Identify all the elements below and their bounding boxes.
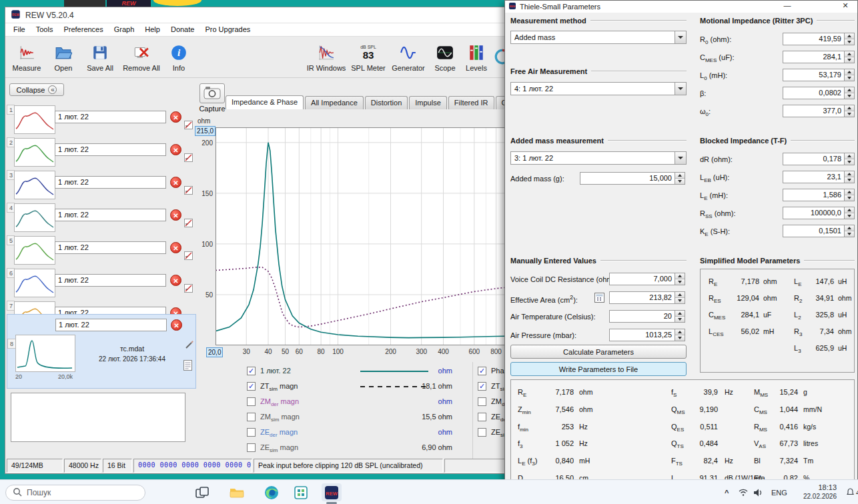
- measurement-notes-box[interactable]: [11, 393, 185, 442]
- spin-up-icon[interactable]: [845, 69, 854, 75]
- spin-up-icon[interactable]: [675, 273, 685, 279]
- tab-all-impedance[interactable]: All Impedance: [305, 96, 364, 109]
- combo-arrow-icon[interactable]: [675, 31, 686, 43]
- spin-up-icon[interactable]: [845, 87, 854, 93]
- spin-down-icon[interactable]: [675, 178, 685, 184]
- tab-impulse[interactable]: Impulse: [409, 96, 447, 109]
- spin-down-icon[interactable]: [845, 75, 854, 81]
- minimize-button[interactable]: —: [781, 1, 793, 9]
- levels-button[interactable]: Levels: [462, 39, 491, 76]
- spin-up-icon[interactable]: [675, 311, 685, 316]
- added-mass-measurement-combo[interactable]: 3: 1 лют. 22: [510, 151, 687, 165]
- search-input[interactable]: Пошук: [5, 485, 145, 501]
- trace-options-icon[interactable]: [184, 153, 193, 162]
- manual-field-1[interactable]: 213,82: [609, 291, 685, 304]
- tab-impedance-phase[interactable]: Impedance & Phase: [226, 95, 304, 109]
- taskbar-rew-icon[interactable]: REW: [322, 483, 342, 501]
- tab-filtered-ir[interactable]: Filtered IR: [448, 96, 494, 109]
- spin-down-icon[interactable]: [845, 195, 854, 201]
- legend-checkbox[interactable]: ✓: [478, 367, 486, 375]
- delete-measurement-button[interactable]: ✕: [170, 177, 181, 188]
- notification-badge[interactable]: 4: [846, 480, 858, 504]
- measurement-thumbnail[interactable]: [14, 269, 55, 297]
- measurement-thumbnail[interactable]: [14, 203, 55, 232]
- measurement-item-3[interactable]: 31 лют. 22✕: [7, 169, 196, 201]
- write-parameters-button[interactable]: Write Parameters to File: [510, 362, 687, 376]
- capture-button[interactable]: Capture: [197, 83, 227, 115]
- taskbar-task-view-icon[interactable]: [192, 483, 212, 501]
- spin-up-icon[interactable]: [845, 189, 854, 195]
- legend-checkbox[interactable]: [247, 443, 256, 452]
- calculate-parameters-button[interactable]: Calculate Parameters: [510, 345, 687, 359]
- motional-field-0[interactable]: 419,59: [783, 33, 855, 45]
- delete-measurement-button[interactable]: ✕: [170, 242, 181, 253]
- open-button[interactable]: Open: [47, 39, 80, 76]
- measurement-method-combo[interactable]: Added mass: [510, 31, 687, 44]
- measurement-name-input[interactable]: 1 лют. 22: [55, 241, 166, 254]
- spin-down-icon[interactable]: [675, 279, 685, 285]
- trace-options-icon[interactable]: [184, 284, 193, 293]
- spin-up-icon[interactable]: [675, 173, 685, 178]
- spin-down-icon[interactable]: [675, 297, 685, 303]
- legend-checkbox[interactable]: [478, 397, 486, 406]
- spin-up-icon[interactable]: [845, 153, 854, 159]
- scope-button[interactable]: Scope: [430, 39, 460, 76]
- motional-field-1[interactable]: 284,1: [783, 51, 855, 63]
- language-indicator[interactable]: ENG: [771, 480, 787, 504]
- spin-down-icon[interactable]: [845, 159, 854, 165]
- spin-up-icon[interactable]: [845, 51, 854, 57]
- spin-down-icon[interactable]: [845, 57, 854, 63]
- taskbar-browser-icon[interactable]: [262, 483, 282, 501]
- motional-field-4[interactable]: 377,0: [783, 105, 855, 117]
- remove-all-button[interactable]: Remove All: [120, 39, 163, 76]
- dialog-title-bar[interactable]: REW Thiele-Small Parameters: [505, 1, 857, 13]
- notes-document-icon[interactable]: [183, 360, 192, 371]
- measurement-item-1[interactable]: 11 лют. 22✕: [7, 103, 196, 136]
- legend-checkbox[interactable]: [478, 428, 486, 437]
- manual-field-0[interactable]: 7,000: [609, 273, 685, 285]
- spin-up-icon[interactable]: [675, 292, 685, 297]
- menu-preferences[interactable]: Preferences: [58, 23, 108, 36]
- spin-down-icon[interactable]: [845, 231, 854, 237]
- collapse-panel-button[interactable]: Collapse «: [9, 83, 64, 96]
- delete-measurement-button[interactable]: ✕: [170, 275, 181, 286]
- measurement-item-6[interactable]: 61 лют. 22✕: [7, 267, 196, 299]
- measurement-item-4[interactable]: 41 лют. 22✕: [7, 201, 196, 234]
- spin-down-icon[interactable]: [845, 39, 854, 45]
- clock[interactable]: 18:13 22.02.2026: [795, 480, 837, 504]
- y-axis-max-box[interactable]: 215,0: [195, 126, 216, 136]
- x-axis-min-box[interactable]: 20,0: [206, 347, 223, 357]
- manual-field-3[interactable]: 1013,25: [609, 329, 685, 341]
- blocked-field-4[interactable]: 0,1501: [783, 225, 855, 237]
- volume-icon[interactable]: [753, 480, 763, 504]
- legend-checkbox[interactable]: ✓: [478, 382, 486, 391]
- close-button[interactable]: ✕: [839, 1, 851, 10]
- spin-up-icon[interactable]: [845, 207, 854, 213]
- delete-measurement-button[interactable]: ✕: [170, 209, 181, 221]
- measurement-item-8-selected[interactable]: 1 лют. 22✕82020,0kтс.mdat22 лют. 2026 17…: [7, 314, 196, 389]
- delete-measurement-button[interactable]: ✕: [171, 319, 182, 331]
- measurement-thumbnail[interactable]: [14, 236, 55, 265]
- measurement-name-input[interactable]: 1 лют. 22: [55, 111, 166, 123]
- blocked-field-1[interactable]: 23,1: [783, 171, 855, 183]
- added-mass-spinner[interactable]: 15,000: [580, 172, 685, 185]
- menu-graph[interactable]: Graph: [109, 23, 140, 36]
- spl-meter-button[interactable]: dB SPL83SPL Meter: [350, 39, 387, 76]
- menu-tools[interactable]: Tools: [31, 23, 59, 36]
- measure-button[interactable]: Measure: [9, 39, 44, 76]
- ir-windows-button[interactable]: IR Windows: [304, 39, 348, 76]
- measurement-thumbnail[interactable]: [14, 138, 55, 167]
- trace-options-icon[interactable]: [184, 121, 193, 129]
- taskbar-file-explorer-icon[interactable]: [227, 483, 247, 501]
- delete-measurement-button[interactable]: ✕: [170, 111, 181, 123]
- blocked-field-3[interactable]: 100000,0: [783, 207, 855, 219]
- motional-field-2[interactable]: 53,179: [783, 69, 855, 81]
- menu-help[interactable]: Help: [139, 23, 165, 36]
- spin-down-icon[interactable]: [845, 213, 854, 219]
- measurement-thumbnail[interactable]: [14, 171, 55, 199]
- combo-arrow-icon[interactable]: [675, 152, 686, 164]
- tray-chevron[interactable]: ^: [725, 480, 729, 504]
- free-air-measurement-combo[interactable]: 4: 1 лют. 22: [510, 82, 687, 95]
- info-button[interactable]: iInfo: [165, 39, 192, 76]
- measurement-name-input[interactable]: 1 лют. 22: [55, 319, 167, 331]
